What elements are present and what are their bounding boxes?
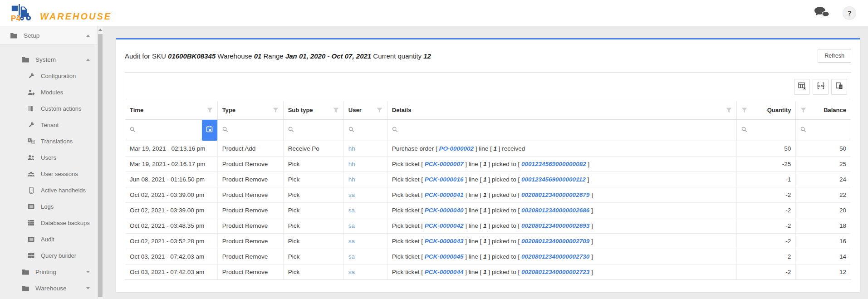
column-label: User bbox=[348, 107, 362, 113]
sidebar-item-system[interactable]: System bbox=[0, 51, 97, 68]
column-header-user[interactable]: User bbox=[343, 101, 387, 119]
details-link[interactable]: PCK-0000044 bbox=[425, 269, 464, 275]
filter-funnel-icon[interactable] bbox=[207, 108, 213, 113]
sidebar-item-users[interactable]: Users bbox=[0, 149, 97, 166]
scroll-up-arrow-icon[interactable] bbox=[98, 29, 102, 31]
column-header-quantity[interactable]: Quantity bbox=[737, 101, 796, 119]
details-link[interactable]: 00208012340000002709 bbox=[521, 238, 589, 245]
column-header-time[interactable]: Time bbox=[125, 101, 217, 119]
details-link[interactable]: 0001234569000000112 bbox=[521, 176, 586, 183]
filter-input-quantity[interactable] bbox=[750, 120, 795, 141]
details-link[interactable]: PCK-0000042 bbox=[425, 222, 464, 229]
details-text: ] line [ bbox=[463, 222, 483, 229]
sidebar-item-audit[interactable]: Audit bbox=[0, 231, 97, 247]
sidebar-item-printing[interactable]: Printing bbox=[0, 264, 97, 280]
sidebar-item-tenant[interactable]: Tenant bbox=[0, 117, 97, 133]
table-row: Oct 02, 2021 - 03:39.00 pmProduct Remove… bbox=[125, 187, 851, 202]
folder-icon bbox=[22, 285, 29, 291]
cell-time: Oct 03, 2021 - 07:42.03 am bbox=[125, 249, 217, 264]
chat-button[interactable] bbox=[813, 6, 831, 20]
sidebar-item-logs[interactable]: Logs bbox=[0, 198, 97, 215]
details-text: ] bbox=[589, 253, 593, 260]
sidebar-item-modules[interactable]: Modules bbox=[0, 84, 97, 100]
sidebar-item-label: Translations bbox=[41, 138, 73, 145]
filter-funnel-icon[interactable] bbox=[800, 108, 806, 113]
filter-input-sub-type[interactable] bbox=[297, 120, 343, 141]
table-row: Oct 03, 2021 - 07:42.03 amProduct Remove… bbox=[125, 264, 851, 279]
help-button[interactable]: ? bbox=[843, 6, 856, 20]
title-text: Range bbox=[261, 52, 285, 60]
details-link[interactable]: PCK-0000041 bbox=[425, 191, 464, 198]
filter-funnel-icon[interactable] bbox=[741, 108, 747, 113]
user-link[interactable]: hh bbox=[348, 176, 355, 183]
calendar-icon bbox=[206, 126, 213, 134]
column-header-sub-type[interactable]: Sub type bbox=[283, 101, 343, 119]
details-link[interactable]: 0001234569000000082 bbox=[521, 161, 586, 167]
sidebar-nav: SetupSystemConfigurationModulesCustom ac… bbox=[0, 26, 97, 299]
cell-type: Product Remove bbox=[217, 156, 283, 172]
sidebar-item-user-sessions[interactable]: User sessions bbox=[0, 166, 97, 182]
details-link[interactable]: PCK-0000043 bbox=[425, 238, 464, 245]
user-link[interactable]: sa bbox=[348, 222, 355, 229]
phone-icon bbox=[27, 187, 35, 194]
copy-button[interactable] bbox=[831, 79, 847, 95]
sidebar-item-warehouse[interactable]: Warehouse bbox=[0, 280, 97, 296]
column-header-balance[interactable]: Balance bbox=[796, 101, 851, 119]
filter-funnel-icon[interactable] bbox=[377, 108, 383, 113]
calendar-button[interactable] bbox=[202, 120, 217, 141]
sidebar-item-database-backups[interactable]: Database backups bbox=[0, 215, 97, 231]
sidebar-item-active-handhelds[interactable]: Active handhelds bbox=[0, 182, 97, 198]
user-link[interactable]: sa bbox=[348, 238, 355, 245]
column-header-type[interactable]: Type bbox=[217, 101, 283, 119]
sidebar-item-query-builder[interactable]: Query builder bbox=[0, 247, 97, 264]
refresh-button[interactable]: Refresh bbox=[818, 49, 851, 63]
cell-sub-type: Pick bbox=[283, 172, 343, 187]
details-link[interactable]: 00208012340000002730 bbox=[521, 253, 589, 260]
sidebar-scrollbar[interactable] bbox=[97, 26, 103, 299]
details-link[interactable]: PO-0000002 bbox=[439, 145, 474, 152]
filter-input-details[interactable] bbox=[401, 120, 736, 141]
scrollbar-thumb[interactable] bbox=[98, 34, 103, 297]
filter-funnel-icon[interactable] bbox=[333, 108, 339, 113]
details-text: ] picked to [ bbox=[486, 238, 521, 245]
user-link[interactable]: hh bbox=[348, 161, 355, 167]
sidebar-item-setup[interactable]: Setup bbox=[0, 26, 97, 45]
chevron-up-icon bbox=[86, 59, 90, 61]
xlsx-export-button[interactable]: XLSX bbox=[813, 79, 829, 95]
details-link[interactable]: 00208012340000002693 bbox=[521, 222, 589, 229]
filter-input-user[interactable] bbox=[357, 120, 387, 141]
sidebar-item-configuration[interactable]: Configuration bbox=[0, 68, 97, 84]
cell-user: sa bbox=[343, 218, 387, 233]
filter-input-type[interactable] bbox=[231, 120, 283, 141]
table-export-button[interactable] bbox=[794, 79, 810, 95]
details-link[interactable]: PCK-0000016 bbox=[425, 176, 464, 183]
user-link[interactable]: sa bbox=[348, 191, 355, 198]
filter-funnel-icon[interactable] bbox=[273, 108, 279, 113]
cell-details: Purchase order [ PO-0000002 ] line [ 1 ]… bbox=[387, 141, 736, 156]
column-header-details[interactable]: Details bbox=[387, 101, 736, 119]
cell-time: Oct 02, 2021 - 03:39.00 pm bbox=[125, 187, 217, 202]
filter-input-time[interactable] bbox=[138, 120, 202, 141]
title-value: Jan 01, 2020 - Oct 07, 2021 bbox=[285, 52, 371, 60]
details-link[interactable]: PCK-0000007 bbox=[425, 161, 464, 167]
wrench-icon bbox=[27, 73, 35, 79]
search-icon bbox=[348, 126, 354, 134]
column-label: Time bbox=[130, 107, 143, 113]
user-link[interactable]: sa bbox=[348, 269, 355, 275]
search-icon bbox=[288, 126, 294, 134]
user-link[interactable]: hh bbox=[348, 145, 355, 152]
details-link[interactable]: 00208012340000002679 bbox=[521, 191, 589, 198]
sidebar-item-translations[interactable]: ABTranslations bbox=[0, 133, 97, 149]
cell-time: Mar 19, 2021 - 02:13.16 pm bbox=[125, 141, 217, 156]
details-link[interactable]: 00208012340000002723 bbox=[521, 269, 589, 275]
table-row: Mar 19, 2021 - 02:16.17 pmProduct Remove… bbox=[125, 156, 851, 172]
filter-input-balance[interactable] bbox=[809, 120, 851, 141]
user-link[interactable]: sa bbox=[348, 207, 355, 214]
sidebar-item-custom-actions[interactable]: Custom actions bbox=[0, 100, 97, 117]
cell-time: Oct 03, 2021 - 07:42.03 am bbox=[125, 264, 217, 279]
details-link[interactable]: PCK-0000040 bbox=[425, 207, 464, 214]
user-link[interactable]: sa bbox=[348, 253, 355, 260]
details-link[interactable]: 00208012340000002686 bbox=[521, 207, 589, 214]
details-link[interactable]: PCK-0000045 bbox=[425, 253, 464, 260]
filter-funnel-icon[interactable] bbox=[726, 108, 732, 113]
